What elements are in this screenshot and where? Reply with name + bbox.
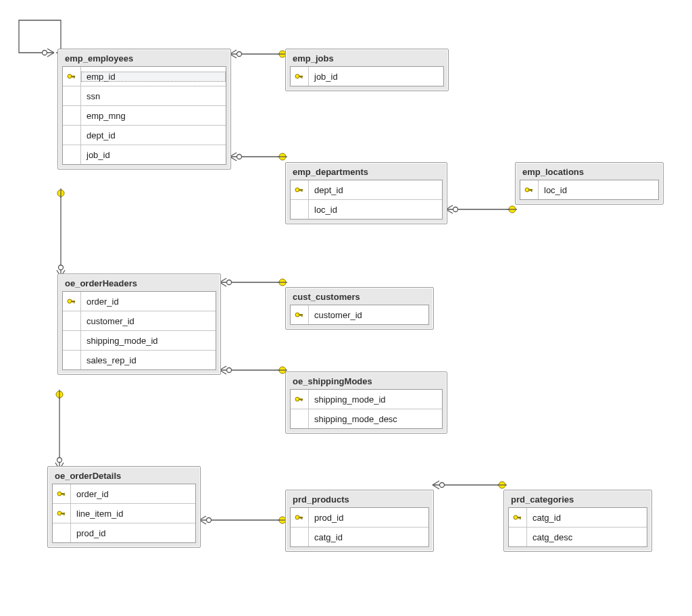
column-name: shipping_mode_desc (309, 414, 442, 424)
key-cell (509, 528, 527, 546)
column-row[interactable]: line_item_id (53, 503, 195, 523)
svg-rect-48 (64, 493, 65, 496)
table-title: emp_locations (516, 163, 663, 180)
primary-key-icon (295, 311, 304, 318)
primary-key-icon (295, 396, 304, 403)
column-name: shipping_mode_id (81, 336, 216, 346)
column-row[interactable]: shipping_mode_id (63, 330, 216, 350)
column-row[interactable]: prod_id (53, 523, 195, 542)
column-row[interactable]: customer_id (63, 311, 216, 330)
table-emp_jobs[interactable]: emp_jobs job_id (285, 49, 449, 91)
table-columns: order_idcustomer_idshipping_mode_idsales… (62, 291, 216, 370)
table-columns: emp_idssnemp_mngdept_idjob_id (62, 66, 226, 165)
table-prd_products[interactable]: prd_products prod_idcatg_id (285, 490, 434, 552)
table-oe_orderDetails[interactable]: oe_orderDetails order_idline_item_idprod… (47, 466, 201, 548)
rel-oe_orderHeaders-oe_shippingModes (220, 366, 287, 374)
primary-key-icon (524, 186, 534, 193)
rel-prd_products-prd_categories (432, 481, 507, 489)
column-name: ssn (81, 91, 226, 101)
key-cell (63, 292, 81, 311)
column-row[interactable]: dept_id (63, 125, 226, 145)
svg-rect-36 (74, 301, 75, 303)
column-row[interactable]: loc_id (291, 199, 442, 219)
table-emp_departments[interactable]: emp_departments dept_idloc_id (285, 162, 447, 224)
table-columns: catg_idcatg_desc (508, 507, 647, 547)
table-title: emp_jobs (286, 49, 448, 66)
key-cell (63, 126, 81, 145)
column-name: customer_id (309, 310, 428, 320)
key-cell (63, 331, 81, 350)
svg-rect-25 (300, 76, 301, 78)
svg-rect-60 (520, 517, 521, 519)
svg-rect-37 (72, 301, 74, 303)
svg-rect-28 (301, 189, 303, 192)
column-row[interactable]: job_id (291, 67, 443, 86)
column-name: prod_id (309, 513, 428, 523)
column-row[interactable]: ssn (63, 86, 226, 105)
key-cell (291, 409, 309, 428)
column-row[interactable]: customer_id (291, 305, 428, 324)
table-emp_employees[interactable]: emp_employees emp_idssnemp_mngdept_idjob… (57, 49, 231, 170)
key-cell (509, 508, 527, 527)
column-row[interactable]: emp_id (63, 67, 226, 86)
rel-oe_orderDetails-oe_orderHeaders (55, 390, 64, 469)
column-name: dept_id (81, 130, 226, 140)
column-row[interactable]: loc_id (520, 180, 658, 199)
table-columns: customer_id (290, 305, 429, 325)
column-row[interactable]: catg_id (509, 508, 647, 527)
er-diagram-canvas[interactable]: emp_employees emp_idssnemp_mngdept_idjob… (0, 0, 692, 616)
table-columns: order_idline_item_idprod_id (52, 484, 196, 543)
table-title: prd_products (286, 490, 433, 507)
column-row[interactable]: job_id (63, 145, 226, 164)
primary-key-icon (67, 73, 76, 80)
rel-oe_orderHeaders-emp_employees (57, 188, 65, 277)
rel-emp_departments-emp_locations (446, 205, 517, 213)
key-cell (63, 351, 81, 369)
svg-rect-41 (300, 314, 301, 316)
table-title: prd_categories (504, 490, 651, 507)
column-row[interactable]: prod_id (291, 508, 428, 527)
column-name: prod_id (71, 528, 195, 538)
column-row[interactable]: catg_desc (509, 527, 647, 546)
primary-key-icon (67, 298, 76, 305)
svg-rect-40 (301, 314, 303, 317)
column-name: loc_id (539, 185, 658, 195)
column-name: shipping_mode_id (309, 394, 442, 405)
svg-rect-20 (74, 76, 75, 78)
column-row[interactable]: sales_rep_id (63, 350, 216, 369)
primary-key-icon (295, 514, 304, 521)
column-name: catg_id (527, 513, 647, 523)
svg-rect-21 (72, 76, 74, 78)
svg-rect-32 (531, 189, 533, 192)
key-cell (291, 528, 309, 546)
column-row[interactable]: shipping_mode_desc (291, 409, 442, 428)
column-row[interactable]: shipping_mode_id (291, 390, 442, 409)
table-title: oe_orderDetails (48, 467, 200, 484)
key-cell (291, 67, 309, 86)
svg-rect-53 (62, 513, 64, 515)
table-oe_orderHeaders[interactable]: oe_orderHeaders order_idcustomer_idshipp… (57, 274, 221, 375)
table-cust_customers[interactable]: cust_customers customer_id (285, 287, 434, 330)
column-row[interactable]: dept_id (291, 180, 442, 199)
key-cell (291, 390, 309, 409)
key-cell (63, 311, 81, 330)
svg-rect-56 (301, 517, 303, 519)
key-cell (63, 67, 81, 86)
column-name: order_id (81, 297, 216, 307)
rel-emp_employees-emp_jobs (230, 50, 287, 58)
column-name: catg_desc (527, 532, 647, 542)
table-oe_shippingModes[interactable]: oe_shippingModes shipping_mode_idshippin… (285, 371, 447, 434)
table-columns: shipping_mode_idshipping_mode_desc (290, 389, 443, 429)
column-row[interactable]: order_id (53, 484, 195, 503)
table-prd_categories[interactable]: prd_categories catg_idcatg_desc (503, 490, 652, 552)
svg-rect-44 (301, 399, 303, 401)
table-emp_locations[interactable]: emp_locations loc_id (515, 162, 664, 205)
column-row[interactable]: order_id (63, 292, 216, 311)
column-row[interactable]: catg_id (291, 527, 428, 546)
table-title: emp_employees (58, 49, 230, 66)
column-name: order_id (71, 489, 195, 499)
column-name: line_item_id (71, 509, 195, 519)
svg-rect-52 (64, 513, 65, 515)
column-row[interactable]: emp_mng (63, 105, 226, 125)
key-cell (53, 504, 71, 523)
